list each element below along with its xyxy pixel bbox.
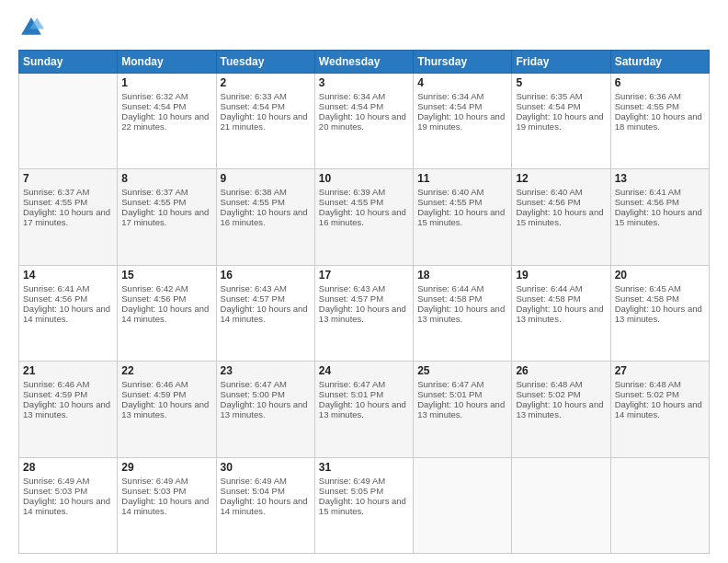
calendar-week-row: 7 Sunrise: 6:37 AM Sunset: 4:55 PM Dayli… bbox=[19, 169, 710, 265]
calendar-cell: 24 Sunrise: 6:47 AM Sunset: 5:01 PM Dayl… bbox=[314, 362, 413, 457]
sunrise: Sunrise: 6:43 AM bbox=[221, 283, 287, 293]
daylight: Daylight: 10 hours and 13 minutes. bbox=[121, 399, 209, 419]
sunrise: Sunrise: 6:32 AM bbox=[121, 91, 188, 101]
calendar-cell bbox=[19, 74, 118, 169]
sunset: Sunset: 4:56 PM bbox=[121, 293, 186, 304]
sunset: Sunset: 5:02 PM bbox=[516, 389, 580, 399]
day-number: 23 bbox=[221, 364, 311, 377]
daylight: Daylight: 10 hours and 16 minutes. bbox=[319, 207, 406, 227]
sunset: Sunset: 5:04 PM bbox=[221, 486, 285, 496]
sunrise: Sunrise: 6:37 AM bbox=[121, 187, 188, 197]
calendar-cell: 1 Sunrise: 6:32 AM Sunset: 4:54 PM Dayli… bbox=[118, 74, 216, 169]
sunset: Sunset: 4:57 PM bbox=[221, 293, 285, 304]
calendar-cell: 30 Sunrise: 6:49 AM Sunset: 5:04 PM Dayl… bbox=[216, 457, 314, 553]
calendar-week-row: 1 Sunrise: 6:32 AM Sunset: 4:54 PM Dayli… bbox=[19, 74, 710, 169]
day-number: 30 bbox=[221, 461, 311, 474]
col-sunday: Sunday bbox=[19, 51, 118, 74]
sunset: Sunset: 4:58 PM bbox=[516, 293, 580, 304]
sunrise: Sunrise: 6:49 AM bbox=[319, 476, 385, 486]
calendar-cell: 21 Sunrise: 6:46 AM Sunset: 4:59 PM Dayl… bbox=[19, 362, 118, 457]
calendar-cell bbox=[512, 457, 610, 553]
sunrise: Sunrise: 6:40 AM bbox=[417, 187, 483, 197]
daylight: Daylight: 10 hours and 22 minutes. bbox=[121, 111, 209, 132]
calendar-cell: 31 Sunrise: 6:49 AM Sunset: 5:05 PM Dayl… bbox=[314, 457, 413, 553]
day-number: 27 bbox=[615, 364, 705, 377]
calendar-cell: 7 Sunrise: 6:37 AM Sunset: 4:55 PM Dayli… bbox=[19, 169, 118, 265]
sunrise: Sunrise: 6:42 AM bbox=[121, 283, 188, 293]
sunset: Sunset: 4:56 PM bbox=[615, 197, 679, 207]
day-number: 5 bbox=[516, 76, 606, 89]
day-number: 1 bbox=[121, 76, 211, 89]
sunrise: Sunrise: 6:49 AM bbox=[221, 476, 287, 486]
calendar-cell: 27 Sunrise: 6:48 AM Sunset: 5:02 PM Dayl… bbox=[610, 362, 709, 457]
sunrise: Sunrise: 6:34 AM bbox=[319, 91, 385, 101]
daylight: Daylight: 10 hours and 13 minutes. bbox=[23, 399, 110, 419]
daylight: Daylight: 10 hours and 15 minutes. bbox=[615, 207, 702, 227]
sunrise: Sunrise: 6:47 AM bbox=[319, 379, 385, 389]
daylight: Daylight: 10 hours and 14 minutes. bbox=[23, 304, 110, 324]
sunset: Sunset: 4:58 PM bbox=[615, 293, 679, 304]
calendar-cell: 14 Sunrise: 6:41 AM Sunset: 4:56 PM Dayl… bbox=[19, 265, 118, 361]
sunset: Sunset: 4:54 PM bbox=[121, 101, 186, 111]
day-number: 28 bbox=[23, 461, 113, 474]
daylight: Daylight: 10 hours and 13 minutes. bbox=[516, 304, 603, 324]
sunset: Sunset: 5:01 PM bbox=[319, 389, 383, 399]
calendar-cell: 18 Sunrise: 6:44 AM Sunset: 4:58 PM Dayl… bbox=[414, 265, 512, 361]
daylight: Daylight: 10 hours and 14 minutes. bbox=[23, 496, 110, 516]
col-saturday: Saturday bbox=[610, 51, 709, 74]
day-number: 2 bbox=[221, 76, 311, 89]
daylight: Daylight: 10 hours and 17 minutes. bbox=[121, 207, 209, 227]
sunset: Sunset: 5:01 PM bbox=[417, 389, 482, 399]
daylight: Daylight: 10 hours and 17 minutes. bbox=[23, 207, 110, 227]
daylight: Daylight: 10 hours and 15 minutes. bbox=[319, 496, 406, 516]
sunset: Sunset: 4:56 PM bbox=[516, 197, 580, 207]
daylight: Daylight: 10 hours and 14 minutes. bbox=[121, 304, 209, 324]
day-number: 17 bbox=[319, 269, 409, 282]
sunrise: Sunrise: 6:49 AM bbox=[23, 476, 89, 486]
calendar-cell: 29 Sunrise: 6:49 AM Sunset: 5:03 PM Dayl… bbox=[118, 457, 216, 553]
daylight: Daylight: 10 hours and 15 minutes. bbox=[417, 207, 505, 227]
sunset: Sunset: 5:05 PM bbox=[319, 486, 383, 496]
calendar-cell bbox=[610, 457, 709, 553]
sunset: Sunset: 4:54 PM bbox=[516, 101, 580, 111]
daylight: Daylight: 10 hours and 13 minutes. bbox=[417, 304, 505, 324]
sunset: Sunset: 5:02 PM bbox=[615, 389, 679, 399]
daylight: Daylight: 10 hours and 14 minutes. bbox=[121, 496, 209, 516]
day-number: 7 bbox=[23, 172, 113, 185]
day-number: 21 bbox=[23, 364, 113, 377]
sunset: Sunset: 4:55 PM bbox=[121, 197, 186, 207]
calendar-cell: 12 Sunrise: 6:40 AM Sunset: 4:56 PM Dayl… bbox=[512, 169, 610, 265]
daylight: Daylight: 10 hours and 13 minutes. bbox=[319, 399, 406, 419]
calendar-cell: 13 Sunrise: 6:41 AM Sunset: 4:56 PM Dayl… bbox=[610, 169, 709, 265]
calendar-week-row: 28 Sunrise: 6:49 AM Sunset: 5:03 PM Dayl… bbox=[19, 457, 710, 553]
calendar-cell: 19 Sunrise: 6:44 AM Sunset: 4:58 PM Dayl… bbox=[512, 265, 610, 361]
calendar-cell: 4 Sunrise: 6:34 AM Sunset: 4:54 PM Dayli… bbox=[414, 74, 512, 169]
daylight: Daylight: 10 hours and 13 minutes. bbox=[516, 399, 603, 419]
col-monday: Monday bbox=[118, 51, 216, 74]
sunset: Sunset: 5:03 PM bbox=[121, 486, 186, 496]
sunrise: Sunrise: 6:47 AM bbox=[417, 379, 483, 389]
calendar-cell bbox=[414, 457, 512, 553]
daylight: Daylight: 10 hours and 13 minutes. bbox=[221, 399, 308, 419]
sunrise: Sunrise: 6:39 AM bbox=[319, 187, 385, 197]
sunset: Sunset: 5:00 PM bbox=[221, 389, 285, 399]
day-number: 22 bbox=[121, 364, 211, 377]
calendar-cell: 16 Sunrise: 6:43 AM Sunset: 4:57 PM Dayl… bbox=[216, 265, 314, 361]
day-number: 18 bbox=[417, 269, 507, 282]
daylight: Daylight: 10 hours and 16 minutes. bbox=[221, 207, 308, 227]
sunset: Sunset: 4:54 PM bbox=[221, 101, 285, 111]
calendar-cell: 15 Sunrise: 6:42 AM Sunset: 4:56 PM Dayl… bbox=[118, 265, 216, 361]
calendar-cell: 20 Sunrise: 6:45 AM Sunset: 4:58 PM Dayl… bbox=[610, 265, 709, 361]
day-number: 11 bbox=[417, 172, 507, 185]
sunrise: Sunrise: 6:46 AM bbox=[23, 379, 89, 389]
sunrise: Sunrise: 6:37 AM bbox=[23, 187, 89, 197]
calendar-cell: 6 Sunrise: 6:36 AM Sunset: 4:55 PM Dayli… bbox=[610, 74, 709, 169]
sunrise: Sunrise: 6:34 AM bbox=[417, 91, 483, 101]
sunrise: Sunrise: 6:46 AM bbox=[121, 379, 188, 389]
calendar-week-row: 21 Sunrise: 6:46 AM Sunset: 4:59 PM Dayl… bbox=[19, 362, 710, 457]
calendar-header-row: Sunday Monday Tuesday Wednesday Thursday… bbox=[19, 51, 710, 74]
daylight: Daylight: 10 hours and 13 minutes. bbox=[615, 304, 702, 324]
sunrise: Sunrise: 6:44 AM bbox=[417, 283, 483, 293]
sunrise: Sunrise: 6:47 AM bbox=[221, 379, 287, 389]
sunrise: Sunrise: 6:43 AM bbox=[319, 283, 385, 293]
